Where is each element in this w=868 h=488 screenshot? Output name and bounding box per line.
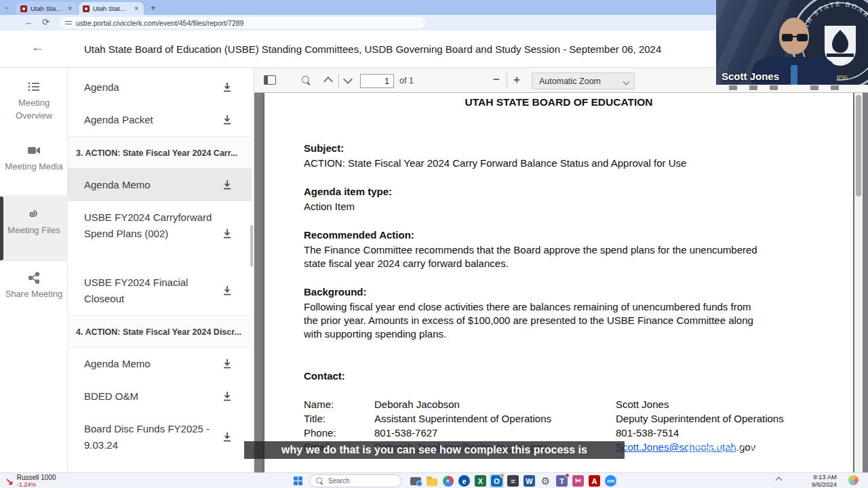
excel-icon[interactable]: X (473, 474, 488, 488)
contact-title: Assistant Superintendent of Operations (374, 412, 551, 426)
sidebar-item-share-meeting[interactable]: Share Meeting (0, 271, 68, 300)
phone-link-icon[interactable] (408, 474, 422, 488)
teams-icon[interactable]: T (555, 474, 569, 488)
file-label: BDED O&M (84, 388, 213, 405)
nav-sidebar: Meeting Overview Meeting Media Meeting F… (0, 68, 68, 472)
download-icon[interactable] (221, 179, 233, 191)
zoom-app-icon[interactable]: zm (604, 474, 618, 488)
contact-row-label: Phone: (304, 426, 336, 440)
file-panel-scrollbar[interactable] (250, 225, 253, 267)
tab-close-icon[interactable]: × (66, 5, 73, 12)
tray-expand-icon[interactable] (776, 477, 783, 484)
previous-page-icon[interactable] (323, 77, 333, 86)
site-settings-icon[interactable] (65, 20, 72, 26)
screen: ⌄ Utah State Board of Education × Utah S… (0, 0, 868, 488)
chrome-icon[interactable] (441, 474, 455, 488)
acrobat-icon[interactable]: A (587, 474, 601, 488)
zoom-out-icon[interactable]: − (493, 73, 500, 87)
file-item-agenda-memo-2[interactable]: Agenda Memo (68, 348, 252, 380)
clock-date: 9/6/2024 (812, 481, 837, 488)
search-icon (316, 477, 323, 484)
calculator-icon[interactable]: = (506, 474, 520, 488)
notification-center-icon[interactable] (848, 475, 859, 485)
contact-phone: 801-538-7514 (616, 426, 679, 440)
sidebar-item-meeting-media[interactable]: Meeting Media (0, 144, 68, 173)
caption-bar: why we do that is you can see how comple… (244, 441, 625, 459)
doc-agenda-type-label: Agenda item type: (304, 185, 392, 199)
share-icon (27, 271, 41, 285)
meeting-files-panel: Agenda Agenda Packet 3. ACTION: State Fi… (68, 68, 254, 472)
file-item-financial-closeout[interactable]: USBE FY2024 Finacial Closeout (68, 266, 252, 315)
start-button[interactable] (294, 476, 303, 486)
file-label: Board Disc Funds FY2025 - 9.03.24 (84, 421, 213, 453)
usbe-favicon (20, 5, 27, 12)
doc-subject-label: Subject: (304, 142, 344, 155)
settings-icon[interactable]: ⚙ (538, 474, 553, 488)
section-label: 4. ACTION: State Fiscal Year 2024 Discr.… (76, 316, 245, 348)
file-item-bded-om[interactable]: BDED O&M (68, 380, 252, 413)
browser-tab-1[interactable]: Utah State Board of Education × (16, 2, 77, 15)
download-icon[interactable] (221, 228, 233, 240)
sidebar-item-label: Meeting Media (0, 160, 68, 173)
file-item-board-disc-funds[interactable]: Board Disc Funds FY2025 - 9.03.24 (68, 413, 252, 462)
doc-letterhead: UTAH STATE BOARD OF EDUCATION (264, 96, 853, 109)
sidebar-item-meeting-overview[interactable]: Meeting Overview (0, 80, 68, 122)
doc-agenda-type: Action Item (304, 200, 355, 214)
tab-title: Utah State Board of Education (93, 5, 130, 12)
pdf-tool-icon-partial (729, 85, 737, 90)
download-icon[interactable] (221, 81, 233, 94)
tab-title: Utah State Board of Education (31, 5, 63, 12)
contact-row-label: Name: (304, 398, 334, 411)
header-back-button[interactable]: ← (31, 40, 44, 55)
download-icon[interactable] (221, 431, 233, 443)
file-label: Agenda Packet (84, 112, 213, 128)
taskbar-search[interactable]: Search (309, 474, 401, 487)
new-tab-button[interactable]: + (151, 3, 156, 13)
list-icon (27, 80, 41, 94)
pdf-tool-icon-partial (770, 85, 778, 90)
doc-background-line: the prior year. Amounts in excess of $10… (304, 314, 753, 327)
download-icon[interactable] (221, 390, 233, 403)
edge-icon[interactable]: e (457, 474, 471, 488)
download-icon[interactable] (221, 358, 233, 370)
sidebar-item-label: Meeting Overview (0, 96, 68, 122)
snip-icon[interactable]: ✂ (571, 474, 585, 488)
person-glasses (782, 34, 808, 41)
browser-back-icon[interactable]: ← (24, 17, 33, 27)
next-page-icon[interactable] (343, 75, 353, 84)
browser-tab-2-active[interactable]: Utah State Board of Education × (79, 2, 144, 15)
pdf-scrollbar-thumb[interactable] (856, 95, 861, 197)
file-item-agenda-memo-selected[interactable]: Agenda Memo (68, 169, 252, 201)
usbe-favicon (83, 5, 90, 12)
file-item-carryforward-spend-plans[interactable]: USBE FY2024 Carryforward Spend Plans (00… (68, 201, 252, 266)
sidebar-item-meeting-files[interactable]: Meeting Files (0, 207, 68, 237)
file-label: Agenda (84, 79, 213, 96)
download-icon[interactable] (221, 285, 233, 297)
doc-recommended-line: The Finance Committee recommends that th… (304, 243, 757, 257)
word-icon[interactable]: W (522, 474, 536, 488)
tab-close-icon[interactable]: × (133, 5, 140, 12)
url-text: usbe.portal.civicclerk.com/event/454/fil… (76, 19, 243, 27)
widget-change: -1.24% (17, 481, 56, 488)
file-explorer-icon[interactable] (425, 474, 439, 488)
page-number-input[interactable] (360, 74, 394, 88)
file-item-agenda-packet[interactable]: Agenda Packet (68, 104, 252, 136)
browser-refresh-icon[interactable]: ⟳ (42, 17, 50, 27)
address-bar[interactable]: usbe.portal.civicclerk.com/event/454/fil… (60, 17, 426, 28)
download-icon[interactable] (221, 114, 233, 126)
taskbar-widget[interactable]: ↘ Russell 1000 -1.24% (5, 474, 56, 488)
zoom-in-icon[interactable]: + (513, 73, 520, 87)
file-item-agenda[interactable]: Agenda (68, 71, 252, 104)
file-label: USBE FY2024 Finacial Closeout (84, 274, 213, 307)
sidebar-item-label: Share Meeting (0, 287, 68, 300)
pdf-sidebar-toggle-icon[interactable] (264, 75, 276, 85)
outlook-icon[interactable]: O (490, 474, 504, 488)
page-count-label: of 1 (399, 76, 414, 85)
system-clock[interactable]: 9:13 AM 9/6/2024 (812, 474, 837, 488)
page-title: Utah State Board of Education (USBE) Sta… (84, 30, 661, 68)
zoom-level-dropdown[interactable]: Automatic Zoom (532, 73, 635, 89)
doc-background-label: Background: (304, 285, 367, 299)
pdf-tool-icon-partial (749, 85, 757, 90)
doc-background-line: with supporting spending plans. (304, 327, 446, 341)
tab-search-chevron-icon[interactable]: ⌄ (4, 3, 11, 10)
